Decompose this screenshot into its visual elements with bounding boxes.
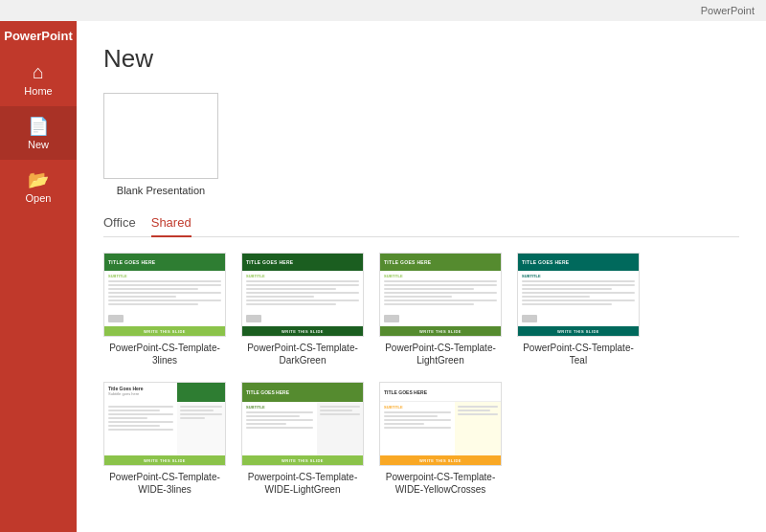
open-icon: 📂 — [28, 171, 49, 188]
content-area: New Blank Presentation Office Shared — [77, 21, 766, 532]
sidebar-open-label: Open — [26, 192, 52, 204]
template-label-3lines: PowerPoint-CS-Template-3lines — [103, 342, 226, 366]
blank-card-area: Blank Presentation — [103, 93, 739, 196]
page-title: New — [103, 44, 739, 74]
template-thumb-wide-lightgreen: TITLE GOES HERE SUBTITLE — [241, 382, 364, 466]
sidebar-item-new[interactable]: 📄 New — [0, 106, 77, 160]
template-label-wide3lines: PowerPoint-CS-Template-WIDE-3lines — [103, 471, 226, 496]
template-label-wide-lightgreen: Powerpoint-CS-Template-WIDE-LightGreen — [241, 471, 364, 496]
blank-presentation-label: Blank Presentation — [103, 185, 218, 196]
tab-shared[interactable]: Shared — [151, 215, 192, 237]
tabs-bar: Office Shared — [103, 215, 739, 237]
template-thumb-darkgreen: TITLE GOES HERE SUBTITLE WRITE — [241, 253, 364, 337]
template-label-lightgreen: PowerPoint-CS-Template-LightGreen — [379, 342, 502, 366]
app-name-topbar: PowerPoint — [701, 5, 755, 16]
template-label-teal: PowerPoint-CS-Template-Teal — [517, 342, 640, 366]
template-thumb-wide-yellowcrosses: TITLE GOES HERE SUBTITLE — [379, 382, 502, 466]
main-layout: PowerPoint ⌂ Home 📄 New 📂 Open New Blank… — [0, 21, 766, 532]
template-card-teal[interactable]: TITLE GOES HERE SUBTITLE WRITE — [517, 253, 640, 366]
sidebar-item-open[interactable]: 📂 Open — [0, 160, 77, 213]
template-label-darkgreen: PowerPoint-CS-Template-DarkGreen — [241, 342, 364, 366]
template-thumb-3lines: TITLE GOES HERE SUBTITLE WRITE — [103, 253, 226, 337]
sidebar-home-label: Home — [24, 85, 52, 97]
tab-office[interactable]: Office — [103, 215, 136, 237]
template-label-wide-yellowcrosses: Powerpoint-CS-Template-WIDE-YellowCrosse… — [379, 471, 502, 496]
template-thumb-wide3lines: Title Goes Here Subtitle goes here — [103, 382, 226, 466]
template-thumb-lightgreen: TITLE GOES HERE SUBTITLE WRITE — [379, 253, 502, 337]
sidebar-item-home[interactable]: ⌂ Home — [0, 51, 77, 106]
template-card-lightgreen[interactable]: TITLE GOES HERE SUBTITLE WRITE — [379, 253, 502, 366]
template-thumb-teal: TITLE GOES HERE SUBTITLE WRITE — [517, 253, 640, 337]
template-card-wide3lines[interactable]: Title Goes Here Subtitle goes here — [103, 382, 226, 496]
template-card-wide-yellowcrosses[interactable]: TITLE GOES HERE SUBTITLE — [379, 382, 502, 496]
new-icon: 📄 — [28, 118, 49, 135]
sidebar-new-label: New — [28, 139, 49, 150]
home-icon: ⌂ — [33, 62, 44, 81]
templates-grid: TITLE GOES HERE SUBTITLE WRITE — [103, 253, 739, 496]
top-bar: PowerPoint — [0, 0, 766, 21]
template-card-darkgreen[interactable]: TITLE GOES HERE SUBTITLE WRITE — [241, 253, 364, 366]
app-title: PowerPoint — [0, 21, 77, 51]
template-card-wide-lightgreen[interactable]: TITLE GOES HERE SUBTITLE — [241, 382, 364, 496]
template-card-3lines[interactable]: TITLE GOES HERE SUBTITLE WRITE — [103, 253, 226, 366]
sidebar: PowerPoint ⌂ Home 📄 New 📂 Open — [0, 21, 77, 532]
blank-presentation-card[interactable] — [103, 93, 218, 179]
